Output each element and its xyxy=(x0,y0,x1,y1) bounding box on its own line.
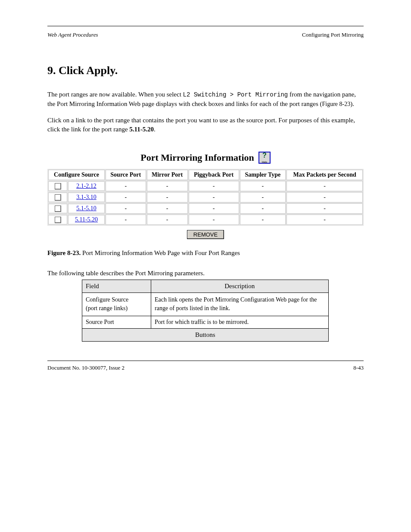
port-range-link[interactable]: 3.1-3.10 xyxy=(76,194,97,201)
help-icon[interactable] xyxy=(258,152,271,164)
row-checkbox[interactable] xyxy=(55,205,61,212)
port-range-link[interactable]: 5.1-5.10 xyxy=(76,205,97,212)
header-left: Web Agent Procedures xyxy=(47,31,98,38)
table-row: 3.1-3.10 - - - - - xyxy=(48,192,363,202)
col-mirror-port: Mirror Port xyxy=(147,170,188,180)
buttons-row: Buttons xyxy=(82,328,329,341)
figure-caption: Figure 8-23. Port Mirroring Information … xyxy=(47,249,364,257)
table-row: 5.1-5.10 - - - - - xyxy=(48,203,363,214)
port-range-link[interactable]: 5.11-5.20 xyxy=(75,216,98,223)
remove-button[interactable]: REMOVE xyxy=(187,230,224,239)
desc-cell: Each link opens the Port Mirroring Confi… xyxy=(151,293,329,316)
field-cell: Source Port xyxy=(82,316,151,328)
row-checkbox[interactable] xyxy=(55,183,61,190)
footer-left: Document No. 10-300077, Issue 2 xyxy=(47,364,125,371)
figure-title: Port Mirroring Information xyxy=(140,152,254,163)
paragraph-2: Click on a link to the port range that c… xyxy=(47,116,364,135)
header-right: Configuring Port Mirroring xyxy=(302,31,364,38)
step-heading: 9. Click Apply. xyxy=(47,64,364,77)
desc-cell: Port for which traffic is to be mirrored… xyxy=(151,316,329,328)
port-range-link[interactable]: 2.1-2.12 xyxy=(76,183,97,190)
params-table: Field Description Configure Source (port… xyxy=(82,280,329,342)
figure-ref-link[interactable]: Figure 8-23 xyxy=(322,101,351,107)
col-max-pps: Max Packets per Second xyxy=(286,170,363,180)
table-row: 5.11-5.20 - - - - - xyxy=(48,215,363,225)
col-source-port: Source Port xyxy=(106,170,146,180)
row-checkbox[interactable] xyxy=(55,194,61,201)
col-configure-source: Configure Source xyxy=(48,170,105,180)
footer-right: 8-43 xyxy=(353,364,364,371)
col-field: Field xyxy=(82,280,151,293)
desc-intro: The following table describes the Port M… xyxy=(47,270,364,277)
row-checkbox[interactable] xyxy=(55,217,61,223)
col-piggyback-port: Piggyback Port xyxy=(189,170,239,180)
field-cell: Configure Source (port range links) xyxy=(82,293,151,316)
col-sampler-type: Sampler Type xyxy=(240,170,286,180)
table-row: 2.1-2.12 - - - - - xyxy=(48,181,363,191)
paragraph-1: The port ranges are now available. When … xyxy=(47,90,364,109)
col-description: Description xyxy=(151,280,329,293)
port-mirroring-table: Configure Source Source Port Mirror Port… xyxy=(47,169,364,226)
